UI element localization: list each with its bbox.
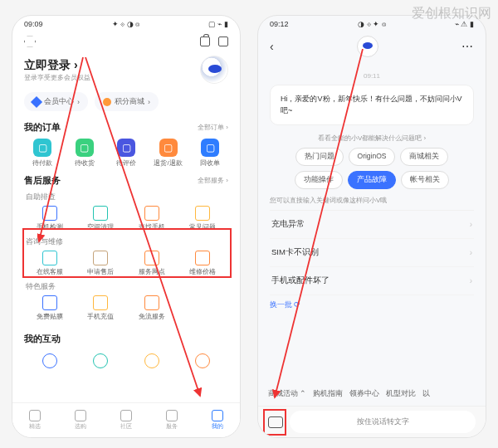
interact-icon-2[interactable] [93,353,108,368]
self-check-item-2[interactable]: 查找手机 [126,206,178,231]
chevron-right-icon: › [470,248,472,257]
all-orders-link[interactable]: 全部订单 › [198,123,228,132]
chip-2[interactable]: 商城相关 [400,148,448,166]
nav-label: 精选 [29,422,41,431]
order-label: 待评价 [116,159,136,168]
qa-item-2[interactable]: 手机或配件坏了 › [270,267,474,295]
order-item-0[interactable]: ▢ 待付款 [24,139,61,168]
service-icon [195,206,210,221]
phone-left: 09:09 ✦ ⟐ ◑ ⌾ ▢ ⌁ ▮ 立即登录 › 登录享受更多会员权益 会员… [12,15,241,438]
chevron-right-icon: › [470,276,472,285]
back-button[interactable]: ‹ [270,40,274,53]
nav-4[interactable]: 我的 [212,410,223,431]
chip-5[interactable]: 帐号相关 [401,171,449,189]
chip-4[interactable]: 产品故障 [348,171,396,189]
nav-0[interactable]: 精选 [29,410,41,431]
chip-1[interactable]: OriginOS [349,148,396,166]
service-label: 免流服务 [139,313,165,321]
points-mall-pill[interactable]: 积分商城› [95,92,159,111]
interact-icon-1[interactable] [42,353,57,368]
order-label: 退货/退款 [154,159,182,168]
hint-input: 您可以直接输入关键词或像这样问小V哦 [270,196,474,205]
service-icon [144,251,159,265]
nav-2[interactable]: 社区 [120,410,132,431]
service-label: 手机检测 [37,223,63,231]
interact-title: 我的互动 [24,333,61,345]
qa-item-0[interactable]: 充电异常 › [270,211,474,239]
service-label: 空间清理 [87,223,114,231]
chip-3[interactable]: 功能操作 [295,171,343,189]
nav-icon [75,410,86,421]
nav-label: 服务 [166,422,178,431]
special-item-0[interactable]: 免费贴膜 [24,295,76,321]
self-check-item-3[interactable]: 常见问题 [178,206,229,231]
nav-icon [166,410,178,421]
order-item-4[interactable]: ▢ 回收单 [192,139,228,168]
all-services-link[interactable]: 全部服务 › [198,176,228,185]
hint-capabilities[interactable]: 看看全能的小V都能解决什么问题吧 › [270,134,474,143]
service-label: 申请售后 [87,268,114,276]
special-item-2[interactable]: 免流服务 [126,295,178,321]
self-check-item-1[interactable]: 空间清理 [76,206,127,231]
order-label: 待付款 [32,159,52,168]
nav-3[interactable]: 服务 [166,410,178,431]
nav-1[interactable]: 选购 [75,410,86,431]
voice-input[interactable]: 按住说话转文字 [290,411,476,433]
chevron-right-icon: › [470,220,472,229]
nav-icon [212,410,223,421]
service-label: 在线客服 [37,268,63,276]
cart-icon[interactable] [200,37,210,46]
suggestion-0[interactable]: 商城活动 ⌃ [268,389,306,399]
qa-text: 手机或配件坏了 [271,275,330,286]
consult-repair-subtitle: 咨询与维修 [26,236,228,247]
service-icon [93,251,108,265]
consult-item-3[interactable]: 维修价格 [178,251,229,276]
order-item-3[interactable]: ▢ 退货/退款 [150,139,187,168]
service-icon [42,206,57,221]
diamond-icon [31,95,42,107]
avatar[interactable] [200,56,228,84]
special-item-1[interactable]: 手机充值 [76,295,127,321]
nav-icon [29,410,41,421]
refresh-button[interactable]: 换一批 ⟳ [270,300,474,310]
self-check-item-0[interactable]: 手机检测 [24,206,76,231]
login-subtitle: 登录享受更多会员权益 [24,73,90,82]
interact-icon-4[interactable] [195,353,210,368]
status-indicators: ✦ ⟐ ◑ ⌾ [112,20,140,28]
status-right: ▢ ⌁ ▮ [208,20,228,28]
order-item-1[interactable]: ▢ 待收货 [66,139,103,168]
service-icon [195,251,210,265]
qa-item-1[interactable]: SIM卡不识别 › [270,239,474,267]
order-label: 待收货 [75,159,95,168]
suggestion-2[interactable]: 领券中心 [349,389,379,399]
suggestion-1[interactable]: 购机指南 [313,389,343,399]
chat-timestamp: 09:11 [270,72,474,80]
login-button[interactable]: 立即登录 › [24,58,90,73]
settings-icon[interactable] [24,36,36,47]
qa-text: 充电异常 [271,219,305,230]
consult-item-2[interactable]: 服务网点 [126,251,178,276]
more-icon[interactable]: ⋯ [461,40,474,53]
service-label: 常见问题 [189,223,216,231]
nav-icon [120,410,132,421]
order-icon: ▢ [117,139,135,157]
suggestion-4[interactable]: 以 [422,389,430,399]
chip-0[interactable]: 热门问题 [295,148,344,166]
keyboard-icon[interactable] [268,416,283,428]
service-label: 维修价格 [189,268,216,276]
bot-avatar [357,36,378,57]
self-check-subtitle: 自助排查 [26,192,228,202]
message-icon[interactable] [218,37,228,46]
consult-item-1[interactable]: 申请售后 [76,251,127,276]
interact-icon-3[interactable] [144,353,159,368]
statusbar-left: 09:09 ✦ ⟐ ◑ ⌾ ▢ ⌁ ▮ [12,16,240,32]
watermark: 爱创根知识网 [412,5,491,22]
member-center-pill[interactable]: 会员中心› [24,92,88,111]
service-label: 免费贴膜 [37,313,63,321]
service-icon [93,206,108,221]
service-icon [93,295,108,310]
order-item-2[interactable]: ▢ 待评价 [108,139,144,168]
suggestion-3[interactable]: 机型对比 [386,389,416,399]
order-icon: ▢ [159,139,178,157]
consult-item-0[interactable]: 在线客服 [24,251,76,276]
